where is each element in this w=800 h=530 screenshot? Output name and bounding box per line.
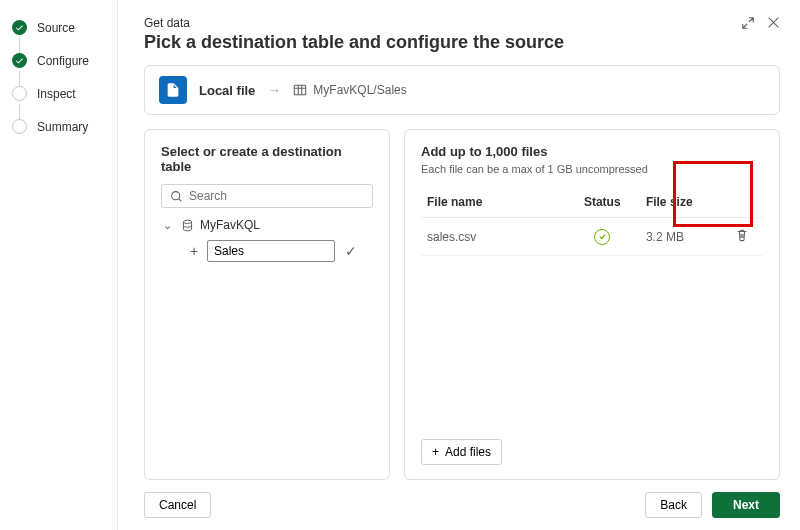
table-row: sales.csv 3.2 MB [421,218,763,256]
status-success-icon [594,229,610,245]
files-panel: Add up to 1,000 files Each file can be a… [404,129,780,480]
search-input[interactable] [189,189,364,203]
delete-file-button[interactable] [729,218,763,256]
step-pending-icon [12,119,27,134]
search-icon [170,190,183,203]
expand-icon[interactable] [741,16,755,33]
step-pending-icon [12,86,27,101]
breadcrumb-path: MyFavKQL/Sales [313,83,406,97]
file-name-cell: sales.csv [421,218,565,256]
svg-point-2 [183,220,191,223]
svg-rect-0 [295,85,306,95]
database-icon [181,219,194,232]
col-file-name: File name [421,187,565,218]
tree-database-row[interactable]: ⌄ MyFavKQL [161,218,373,232]
arrow-right-icon: → [267,82,281,98]
table-icon [293,83,307,97]
check-icon [12,20,27,35]
file-size-cell: 3.2 MB [640,218,729,256]
database-name: MyFavKQL [200,218,260,232]
wizard-steps: Source Configure Inspect Summary [0,0,118,530]
add-files-button[interactable]: + Add files [421,439,502,465]
step-label: Source [37,21,75,35]
files-panel-title: Add up to 1,000 files [421,144,763,159]
step-label: Configure [37,54,89,68]
plus-icon[interactable]: + [187,243,201,259]
cancel-button[interactable]: Cancel [144,492,211,518]
confirm-check-icon[interactable]: ✓ [345,243,357,259]
source-label: Local file [199,83,255,98]
plus-icon: + [432,445,439,459]
next-button[interactable]: Next [712,492,780,518]
files-table: File name Status File size sales.csv [421,187,763,256]
table-name-input[interactable] [207,240,335,262]
source-breadcrumb-card: Local file → MyFavKQL/Sales [144,65,780,115]
page-title: Pick a destination table and configure t… [144,32,564,53]
tree-table-row: + ✓ [161,240,373,262]
svg-point-1 [172,191,180,199]
search-input-wrap[interactable] [161,184,373,208]
check-icon [12,53,27,68]
step-configure[interactable]: Configure [12,53,105,68]
file-status-cell [565,218,640,256]
step-summary[interactable]: Summary [12,119,105,134]
chevron-down-icon: ⌄ [163,219,175,232]
col-status: Status [565,187,640,218]
files-panel-subtitle: Each file can be a max of 1 GB uncompres… [421,163,763,175]
step-inspect[interactable]: Inspect [12,86,105,101]
file-icon [159,76,187,104]
destination-panel: Select or create a destination table ⌄ M… [144,129,390,480]
close-icon[interactable] [767,16,780,33]
step-label: Inspect [37,87,76,101]
step-source[interactable]: Source [12,20,105,35]
col-file-size: File size [640,187,729,218]
header-small: Get data [144,16,564,30]
back-button[interactable]: Back [645,492,702,518]
destination-panel-title: Select or create a destination table [161,144,373,174]
add-files-label: Add files [445,445,491,459]
step-label: Summary [37,120,88,134]
